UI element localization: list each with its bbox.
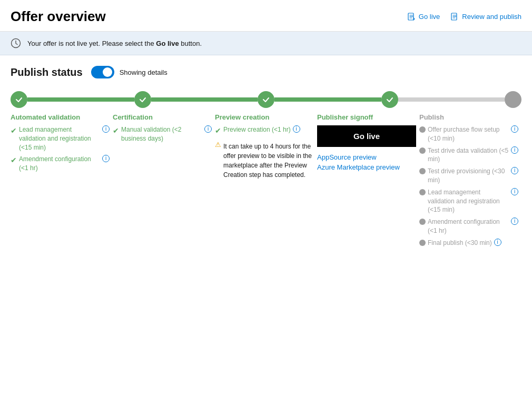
banner-text: Your offer is not live yet. Please selec… (27, 39, 202, 47)
steps-grid: Automated validation ✔ Lead management v… (11, 113, 521, 251)
check-icon-amendment: ✔ (11, 155, 17, 166)
sub-item-lead-mgmt-publish: Lead management validation and registrat… (419, 188, 518, 214)
info-icon-manual[interactable]: i (204, 125, 212, 133)
pending-dot-amendment (419, 219, 426, 225)
review-publish-icon (450, 13, 459, 21)
check-icon-preview: ✔ (215, 126, 221, 136)
step-circle-publish (505, 91, 521, 108)
step-line-2 (151, 97, 258, 102)
go-live-button[interactable]: Go live (407, 13, 440, 21)
info-icon-amendment-publish[interactable]: i (511, 218, 518, 225)
info-icon-offer-purchase[interactable]: i (511, 125, 518, 133)
step-line-1 (27, 97, 134, 102)
pending-dot-lead-mgmt (419, 189, 426, 195)
pending-dot-offer-purchase (419, 126, 426, 133)
publish-status-title: Publish status (11, 66, 83, 78)
go-live-action-button[interactable]: Go live (317, 125, 416, 147)
toggle-thumb (103, 67, 112, 77)
sub-item-manual-validation: ✔ Manual validation (<2 business days) i (113, 125, 212, 143)
sub-item-final-publish: Final publish (<30 min) i (419, 239, 518, 248)
details-toggle[interactable] (91, 66, 114, 78)
review-publish-button[interactable]: Review and publish (450, 13, 521, 21)
check-icon-manual: ✔ (113, 126, 119, 136)
header-actions: Go live Review and publish (407, 13, 521, 21)
step-publish: Publish Offer purchase flow setup (<10 m… (419, 113, 521, 251)
warning-icon-preview: ⚠ (215, 140, 221, 150)
step-circle-publisher-signoff (381, 91, 398, 108)
step-name-automated-validation: Automated validation (11, 113, 110, 121)
sub-item-offer-purchase: Offer purchase flow setup (<10 min) i (419, 125, 518, 143)
step-automated-validation: Automated validation ✔ Lead management v… (11, 113, 113, 251)
info-icon-lead[interactable]: i (102, 125, 110, 133)
sub-item-amendment-publish: Amendment configuration (<1 hr) i (419, 218, 518, 235)
sub-item-test-drive-prov: Test drive provisioning (<30 min) i (419, 167, 518, 185)
step-line-3 (274, 97, 381, 102)
sub-item-lead-management: ✔ Lead management validation and registr… (11, 125, 110, 152)
page-title: Offer overview (11, 8, 106, 25)
review-publish-label: Review and publish (462, 13, 521, 21)
info-icon-test-drive-data[interactable]: i (511, 146, 518, 154)
step-publisher-signoff: Publisher signoff Go live AppSource prev… (317, 113, 419, 251)
step-name-preview-creation: Preview creation (215, 113, 314, 121)
pending-dot-test-drive-prov (419, 168, 426, 174)
info-icon-amendment[interactable]: i (102, 155, 110, 162)
step-preview-creation: Preview creation ✔ Preview creation (<1 … (215, 113, 317, 251)
go-live-label: Go live (419, 13, 440, 21)
publish-status-header: Publish status Showing details (11, 66, 521, 78)
pending-dot-test-drive-data (419, 147, 426, 154)
step-name-publish: Publish (419, 113, 518, 121)
sub-item-preview-creation: ✔ Preview creation (<1 hr) i (215, 125, 314, 136)
main-content: Publish status Showing details (0, 55, 532, 261)
go-live-icon (407, 13, 416, 21)
toggle-container: Showing details (91, 66, 168, 78)
step-name-certification: Certification (113, 113, 212, 121)
step-circle-certification (134, 91, 151, 108)
sub-item-preview-warning: ⚠ It can take up to 4 hours for the offe… (215, 140, 314, 180)
step-line-4 (398, 97, 505, 102)
info-icon-lead-mgmt-publish[interactable]: i (511, 188, 518, 195)
toggle-label: Showing details (120, 68, 168, 76)
appsource-preview-link[interactable]: AppSource preview (317, 153, 416, 161)
clock-icon (11, 38, 21, 48)
step-circle-automated-validation (11, 91, 27, 108)
pending-dot-final-publish (419, 240, 426, 246)
check-icon-lead: ✔ (11, 126, 17, 136)
sub-item-amendment: ✔ Amendment configuration (<1 hr) i (11, 155, 110, 173)
step-circle-preview-creation (258, 91, 274, 108)
page-header: Offer overview Go live Review and publis… (0, 0, 532, 32)
info-icon-test-drive-prov[interactable]: i (511, 167, 518, 174)
step-name-publisher-signoff: Publisher signoff (317, 113, 416, 121)
info-banner: Your offer is not live yet. Please selec… (0, 32, 532, 55)
timeline-row (11, 91, 521, 108)
azure-marketplace-preview-link[interactable]: Azure Marketplace preview (317, 163, 416, 171)
info-icon-preview[interactable]: i (293, 125, 300, 133)
sub-item-test-drive-data: Test drive data validation (<5 min) i (419, 146, 518, 164)
step-certification: Certification ✔ Manual validation (<2 bu… (113, 113, 215, 251)
info-icon-final-publish[interactable]: i (494, 239, 501, 246)
